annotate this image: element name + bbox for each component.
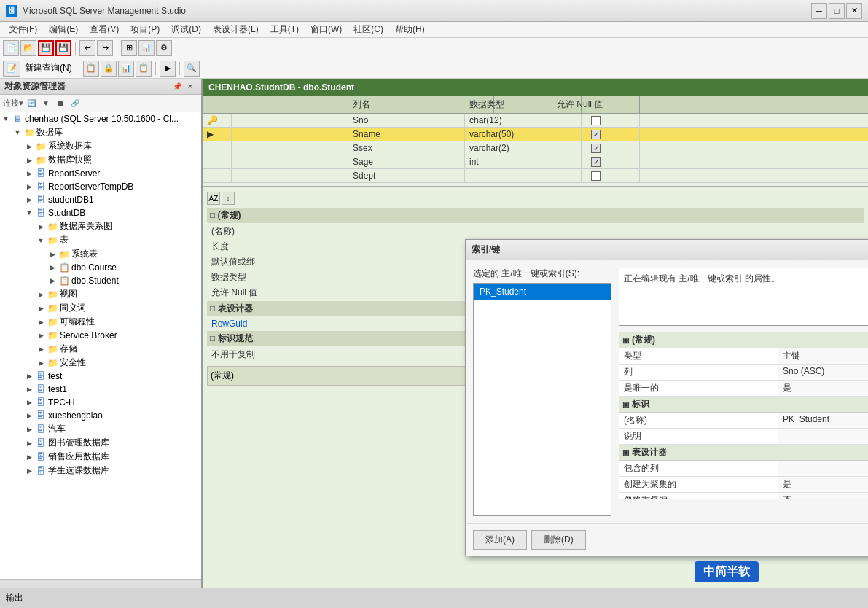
add-index-btn[interactable]: 添加(A) bbox=[473, 530, 527, 550]
tb2-btn6[interactable]: 🔍 bbox=[184, 61, 200, 77]
toolbar-new[interactable]: 📄 bbox=[3, 40, 19, 56]
grid-row-sname[interactable]: ▶ Sname varchar(50) ✓ bbox=[203, 128, 868, 141]
views-toggle[interactable]: ▶ bbox=[35, 289, 47, 300]
menu-window[interactable]: 窗口(W) bbox=[305, 22, 348, 37]
null-checkbox-sno[interactable] bbox=[591, 116, 601, 125]
menu-tools[interactable]: 工具(T) bbox=[265, 22, 305, 37]
toolbar-table[interactable]: ⊞ bbox=[121, 40, 137, 56]
test-toggle[interactable]: ▶ bbox=[23, 370, 35, 382]
cell-null-sdept[interactable] bbox=[552, 169, 640, 182]
tree-view[interactable]: ▼ 🖥 chenhao (SQL Server 10.50.1600 - Cl.… bbox=[0, 112, 201, 579]
cell-name-sname[interactable]: Sname bbox=[348, 128, 465, 141]
filter-btn[interactable]: ▼ bbox=[39, 97, 52, 110]
tree-salesdb[interactable]: ▶ 🗄 销售应用数据库 bbox=[0, 450, 201, 464]
tree-sysdbs[interactable]: ▶ 📁 系统数据库 bbox=[0, 139, 201, 153]
root-toggle[interactable]: ▼ bbox=[0, 113, 12, 125]
tree-student[interactable]: ▶ 📋 dbo.Student bbox=[0, 274, 201, 287]
storage-toggle[interactable]: ▶ bbox=[35, 343, 47, 355]
prog-toggle[interactable]: ▶ bbox=[35, 316, 47, 328]
tree-tpch[interactable]: ▶ 🗄 TPC-H bbox=[0, 396, 201, 409]
menu-edit[interactable]: 编辑(E) bbox=[43, 22, 84, 37]
section-identity[interactable]: ▣ 标识 bbox=[619, 397, 868, 413]
toolbar-chart[interactable]: 📊 bbox=[138, 40, 155, 56]
az-sort-btn[interactable]: AZ bbox=[207, 192, 220, 205]
toolbar-redo[interactable]: ↪ bbox=[97, 40, 113, 56]
grid-row-sdept[interactable]: Sdept bbox=[203, 169, 868, 183]
systab-toggle[interactable]: ▶ bbox=[47, 249, 58, 260]
tpch-toggle[interactable]: ▶ bbox=[23, 397, 35, 408]
tree-views[interactable]: ▶ 📁 视图 bbox=[0, 287, 201, 301]
cell-name-sno[interactable]: Sno bbox=[348, 114, 465, 127]
close-btn[interactable]: ✕ bbox=[846, 3, 862, 19]
tb2-btn3[interactable]: 📊 bbox=[118, 61, 134, 77]
sync-btn[interactable]: 🔗 bbox=[69, 97, 82, 110]
tree-programmability[interactable]: ▶ 📁 可编程性 bbox=[0, 315, 201, 329]
grid-row-sno[interactable]: 🔑 Sno char(12) bbox=[203, 114, 868, 128]
index-list[interactable]: PK_Student bbox=[473, 283, 611, 516]
tree-security[interactable]: ▶ 📁 安全性 bbox=[0, 356, 201, 370]
tree-dbdiagram[interactable]: ▶ 📁 数据库关系图 bbox=[0, 219, 201, 233]
menu-debug[interactable]: 调试(D) bbox=[165, 22, 207, 37]
rstemp-toggle[interactable]: ▶ bbox=[23, 181, 35, 192]
student-toggle[interactable]: ▶ bbox=[47, 275, 58, 287]
tree-studntdb[interactable]: ▼ 🗄 StudntDB bbox=[0, 206, 201, 219]
toolbar-open[interactable]: 📂 bbox=[20, 40, 36, 56]
grid-row-ssex[interactable]: Ssex varchar(2) ✓ bbox=[203, 141, 868, 155]
sec-toggle[interactable]: ▶ bbox=[35, 357, 47, 369]
tree-dbsnap[interactable]: ▶ 📁 数据库快照 bbox=[0, 153, 201, 167]
pin-btn[interactable]: 📌 bbox=[171, 80, 184, 93]
tree-synonyms[interactable]: ▶ 📁 同义词 bbox=[0, 301, 201, 315]
cell-null-sname[interactable]: ✓ bbox=[552, 128, 640, 141]
cell-name-ssex[interactable]: Ssex bbox=[348, 141, 465, 155]
sdb1-toggle[interactable]: ▶ bbox=[23, 194, 35, 206]
databases-toggle[interactable]: ▼ bbox=[12, 127, 23, 139]
syn-toggle[interactable]: ▶ bbox=[35, 303, 47, 314]
refresh-btn[interactable]: 🔄 bbox=[25, 97, 38, 110]
tables-toggle[interactable]: ▼ bbox=[35, 235, 47, 246]
dbsnap-toggle[interactable]: ▶ bbox=[23, 155, 35, 166]
dbdiag-toggle[interactable]: ▶ bbox=[35, 221, 47, 233]
tree-coursedb[interactable]: ▶ 🗄 学生选课数据库 bbox=[0, 464, 201, 478]
index-item-pk[interactable]: PK_Student bbox=[474, 284, 611, 300]
cell-null-ssex[interactable]: ✓ bbox=[552, 141, 640, 155]
prop-clustered-val[interactable]: 是 bbox=[778, 477, 868, 492]
tree-test1[interactable]: ▶ 🗄 test1 bbox=[0, 383, 201, 396]
prop-type-val[interactable]: 主键 bbox=[778, 348, 868, 364]
tb2-btn4[interactable]: 📋 bbox=[136, 61, 152, 77]
test1-toggle[interactable]: ▶ bbox=[23, 383, 35, 395]
menu-project[interactable]: 项目(P) bbox=[125, 22, 165, 37]
close-panel-btn[interactable]: ✕ bbox=[184, 80, 197, 93]
new-query-label[interactable]: 新建查询(N) bbox=[25, 62, 72, 74]
rs-toggle[interactable]: ▶ bbox=[23, 168, 35, 179]
tb2-btn2[interactable]: 🔒 bbox=[101, 61, 117, 77]
prop-col-val[interactable]: Sno (ASC) bbox=[778, 365, 868, 380]
tree-libdb[interactable]: ▶ 🗄 图书管理数据库 bbox=[0, 436, 201, 450]
minimize-btn[interactable]: ─ bbox=[811, 3, 827, 19]
menu-help[interactable]: 帮助(H) bbox=[389, 22, 431, 37]
tb2-btn5[interactable]: ▶ bbox=[160, 61, 176, 77]
null-checkbox-sage[interactable]: ✓ bbox=[591, 157, 601, 167]
props-sort-btn[interactable]: ↕ bbox=[222, 192, 235, 205]
null-checkbox-ssex[interactable]: ✓ bbox=[591, 144, 601, 153]
prop-unique-val[interactable]: 是 bbox=[778, 381, 868, 396]
menu-tabledesigner[interactable]: 表设计器(L) bbox=[207, 22, 265, 37]
cell-name-sage[interactable]: Sage bbox=[348, 155, 465, 168]
null-checkbox-sname[interactable]: ✓ bbox=[591, 130, 601, 139]
menu-community[interactable]: 社区(C) bbox=[348, 22, 389, 37]
tree-storage[interactable]: ▶ 📁 存储 bbox=[0, 342, 201, 356]
maximize-btn[interactable]: □ bbox=[829, 3, 845, 19]
tree-systables[interactable]: ▶ 📁 系统表 bbox=[0, 247, 201, 261]
tree-tables[interactable]: ▼ 📁 表 bbox=[0, 233, 201, 247]
tree-test[interactable]: ▶ 🗄 test bbox=[0, 370, 201, 383]
tree-qiche[interactable]: ▶ 🗄 汽车 bbox=[0, 422, 201, 436]
new-query-icon[interactable]: 📝 bbox=[3, 61, 20, 77]
stop-btn[interactable]: ⏹ bbox=[54, 97, 67, 110]
hscroll-left[interactable] bbox=[0, 579, 201, 588]
null-checkbox-sdept[interactable] bbox=[591, 171, 601, 181]
tree-servicebroker[interactable]: ▶ 📁 Service Broker bbox=[0, 329, 201, 342]
prop-includes-val[interactable] bbox=[778, 461, 868, 476]
tree-rstemp[interactable]: ▶ 🗄 ReportServerTempDB bbox=[0, 180, 201, 193]
qc-toggle[interactable]: ▶ bbox=[23, 424, 35, 435]
toolbar-undo[interactable]: ↩ bbox=[79, 40, 95, 56]
course-toggle[interactable]: ▶ bbox=[47, 262, 58, 273]
